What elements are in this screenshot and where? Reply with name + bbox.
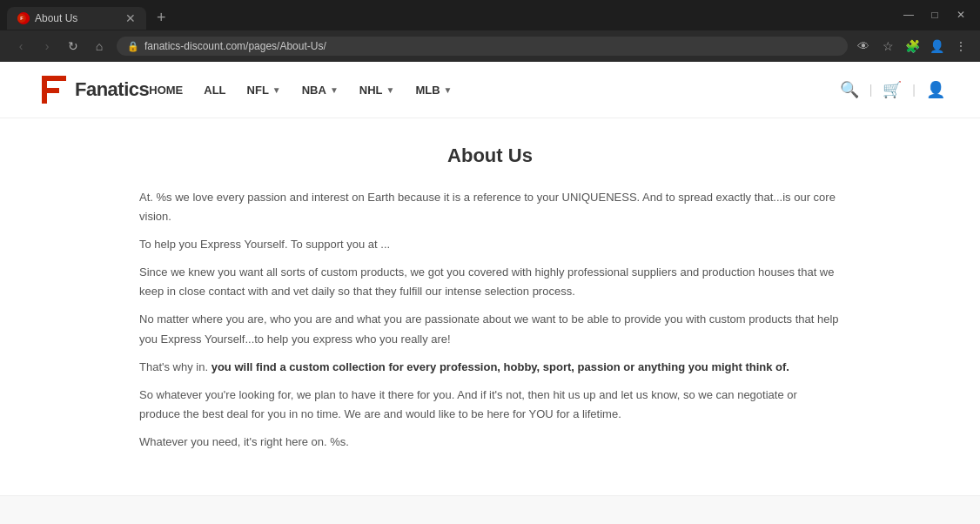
nav-nba[interactable]: NBA ▼	[302, 84, 339, 97]
tab-label: About Us	[35, 12, 77, 24]
nav-links: HOME ALL NFL ▼ NBA ▼ NHL ▼ MLB ▼	[149, 84, 839, 97]
paragraph-7: Whatever you need, it's right here on. %…	[139, 433, 841, 452]
maximize-button[interactable]: □	[923, 5, 947, 24]
bookmark-icon[interactable]: ☆	[879, 37, 896, 55]
nav-divider: |	[869, 83, 873, 97]
new-tab-button[interactable]: +	[150, 5, 173, 30]
nav-divider-2: |	[912, 83, 916, 97]
account-button[interactable]: 👤	[926, 80, 945, 99]
search-button[interactable]: 🔍	[840, 80, 859, 99]
nav-home[interactable]: HOME	[149, 84, 183, 97]
logo[interactable]: Fanatics	[35, 72, 149, 107]
refresh-button[interactable]: ↻	[63, 36, 84, 57]
url-bar[interactable]: 🔒 fanatics-discount.com/pages/About-Us/	[117, 37, 848, 56]
tab-favicon: F	[17, 12, 30, 24]
paragraph-1: At. %s we love every passion and interes…	[139, 188, 841, 226]
extension-icon[interactable]: 👁	[855, 37, 872, 55]
svg-text:F: F	[20, 16, 23, 21]
browser-tab[interactable]: F About Us ✕	[7, 7, 146, 30]
nav-actions: 🔍 | 🛒 | 👤	[840, 80, 945, 99]
svg-marker-2	[42, 76, 63, 104]
menu-icon[interactable]: ⋮	[952, 37, 970, 55]
url-text: fanatics-discount.com/pages/About-Us/	[144, 40, 326, 52]
forward-button[interactable]: ›	[37, 36, 57, 57]
nav-all[interactable]: ALL	[204, 84, 225, 97]
nfl-chevron-icon: ▼	[272, 85, 281, 95]
brand-name: Fanatics	[75, 78, 149, 101]
home-button[interactable]: ⌂	[89, 36, 110, 57]
mlb-chevron-icon: ▼	[444, 85, 453, 95]
paragraph-4: No matter where you are, who you are and…	[139, 310, 841, 348]
paragraph-2: To help you Express Yourself. To support…	[139, 235, 841, 254]
minimize-button[interactable]: —	[896, 5, 921, 24]
paragraph-5: That's why in. you will find a custom co…	[139, 358, 841, 377]
website-content: Fanatics HOME ALL NFL ▼ NBA ▼ NHL ▼ MLB …	[0, 62, 980, 524]
main-content: About Us At. %s we love every passion an…	[0, 118, 980, 495]
paragraph-3: Since we knew you want all sorts of cust…	[139, 263, 841, 301]
site-nav: Fanatics HOME ALL NFL ▼ NBA ▼ NHL ▼ MLB …	[0, 62, 980, 118]
cart-button[interactable]: 🛒	[883, 80, 902, 99]
profile-icon[interactable]: 👤	[928, 37, 945, 55]
bold-text: you will find a custom collection for ev…	[211, 360, 789, 373]
svg-marker-3	[63, 76, 66, 81]
extensions-button[interactable]: 🧩	[903, 37, 921, 55]
nav-mlb[interactable]: MLB ▼	[415, 84, 452, 97]
back-button[interactable]: ‹	[10, 36, 31, 57]
close-button[interactable]: ✕	[949, 5, 973, 24]
nav-nfl[interactable]: NFL ▼	[247, 84, 281, 97]
footer: About Hong Kong Wally Group, the jersey …	[0, 495, 980, 524]
nav-nhl[interactable]: NHL ▼	[359, 84, 395, 97]
logo-icon	[35, 72, 70, 107]
tab-close-button[interactable]: ✕	[125, 12, 136, 24]
nhl-chevron-icon: ▼	[386, 85, 395, 95]
lock-icon: 🔒	[127, 41, 139, 52]
paragraph-6: So whatever you're looking for, we plan …	[139, 386, 841, 424]
nba-chevron-icon: ▼	[330, 85, 339, 95]
page-title: About Us	[139, 144, 841, 167]
